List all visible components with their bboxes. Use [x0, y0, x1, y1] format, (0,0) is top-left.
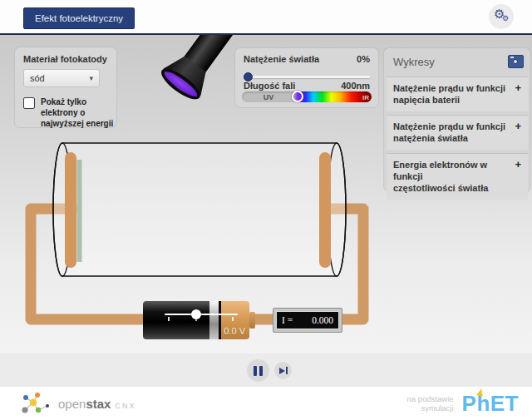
show-highest-energy-checkbox[interactable] — [23, 97, 35, 109]
openstax-molecule-icon — [22, 392, 52, 415]
wavelength-value: 400nm — [341, 81, 370, 91]
pause-button[interactable] — [247, 359, 269, 382]
step-forward-button[interactable] — [274, 362, 292, 379]
camera-icon — [510, 57, 514, 58]
step-forward-icon — [279, 368, 285, 374]
camera-button[interactable] — [508, 55, 524, 68]
battery-terminal — [249, 312, 255, 329]
current-meter-value: 0.000 — [312, 315, 333, 325]
openstax-open-text: open — [58, 397, 86, 411]
gear-small-icon: ⚙ — [502, 15, 509, 22]
battery-black-section — [143, 301, 209, 339]
wavelength-slider-knob[interactable] — [292, 91, 303, 102]
openstax-cnx-text: CNX — [115, 402, 135, 410]
wavelength-label: Długość fali — [244, 81, 295, 91]
material-dropdown[interactable]: sód ▾ — [23, 69, 100, 87]
phet-flame-icon — [476, 388, 485, 397]
pause-icon — [259, 366, 263, 376]
graphs-panel: Wykresy Natężenie prądu w funkcji napięc… — [384, 48, 530, 191]
material-dropdown-value: sód — [30, 73, 45, 83]
graph-item-label: Natężenie prądu w funkcji napięcia bater… — [393, 82, 510, 106]
page-header: Efekt fotoelektryczny ⚙ ⚙ — [0, 0, 532, 33]
plus-icon[interactable]: + — [515, 120, 521, 132]
ir-label: IR — [362, 94, 369, 101]
plus-icon[interactable]: + — [515, 158, 521, 170]
plus-icon[interactable]: + — [515, 82, 521, 94]
left-electrode — [65, 152, 76, 268]
camera-lens-icon — [513, 59, 518, 64]
phet-logo-text: PhET — [462, 391, 519, 416]
pause-icon — [254, 366, 257, 376]
material-panel: Materiał fotokatody sód ▾ Pokaż tylko el… — [15, 47, 116, 127]
graphs-panel-title: Wykresy — [393, 56, 435, 68]
material-panel-title: Materiał fotokatody — [23, 54, 107, 64]
graph-item-current-vs-intensity[interactable]: Natężenie prądu w funkcji natężenia świa… — [387, 115, 528, 150]
graph-item-energy-vs-frequency[interactable]: Energia elektronów w funkcji częstotliwo… — [387, 153, 528, 200]
show-highest-energy-label: Pokaż tylko elektrony o najwyższej energ… — [41, 96, 117, 129]
current-meter-label: I = — [282, 315, 293, 325]
intensity-slider-track[interactable] — [244, 76, 370, 78]
phet-logo[interactable]: PhET — [462, 391, 519, 417]
voltage-slider-knob[interactable] — [191, 309, 201, 319]
battery-voltage-readout: 0.0 V — [224, 326, 245, 336]
phet-credit-text: na podstawie symulacji — [407, 394, 454, 413]
graph-item-label: Natężenie prądu w funkcji natężenia świa… — [393, 121, 510, 144]
current-meter: I = 0.000 — [273, 308, 342, 333]
chevron-down-icon: ▾ — [89, 70, 93, 86]
simulation-canvas: Materiał fotokatody sód ▾ Pokaż tylko el… — [0, 35, 532, 387]
openstax-logo[interactable]: openstaxCNX — [22, 387, 135, 420]
right-electrode — [319, 152, 331, 268]
voltage-tick — [168, 317, 170, 321]
step-forward-icon — [286, 367, 288, 374]
wavelength-slider[interactable]: UV IR — [242, 91, 372, 102]
header-divider — [0, 33, 532, 35]
voltage-slider-track[interactable] — [165, 314, 238, 315]
battery: 0.0 V — [143, 301, 249, 339]
uv-label: UV — [242, 93, 295, 101]
voltage-tick — [232, 317, 234, 321]
graph-item-current-vs-voltage[interactable]: Natężenie prądu w funkcji napięcia bater… — [387, 77, 528, 111]
light-panel: Natężenie światła 0% Długość fali 400nm … — [235, 48, 378, 107]
tab-efekt-fotoelektryczny[interactable]: Efekt fotoelektryczny — [23, 7, 135, 29]
vacuum-tube — [53, 143, 346, 276]
battery-silver-band — [209, 301, 219, 339]
page-footer: openstaxCNX na podstawie symulacji PhET — [0, 387, 532, 420]
settings-button[interactable]: ⚙ ⚙ — [489, 4, 514, 29]
sodium-coating — [77, 160, 82, 262]
graph-item-label: Energia elektronów w funkcji częstotliwo… — [393, 159, 510, 194]
intensity-value: 0% — [357, 54, 370, 64]
intensity-label: Natężenie światła — [244, 54, 319, 64]
openstax-stax-text: stax — [86, 397, 111, 411]
